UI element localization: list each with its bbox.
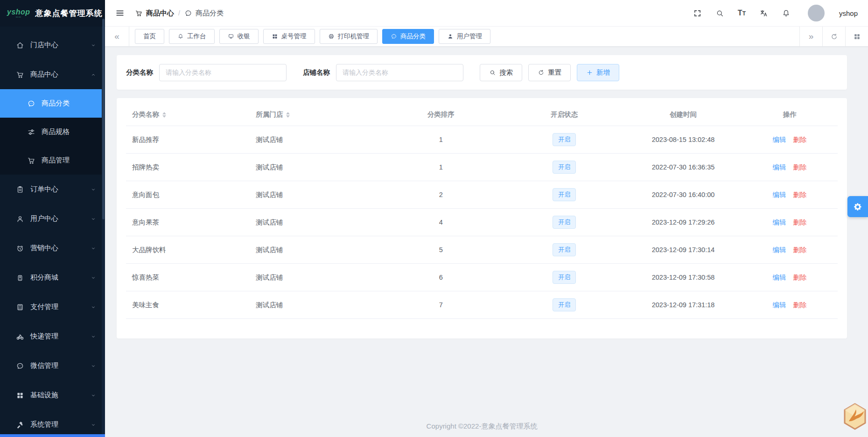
table-row: 意向果茶测试店铺4开启2023-12-09 17:29:26编辑删除: [126, 209, 838, 236]
sidebar-item[interactable]: 积分商城: [0, 263, 105, 292]
horizontal-scrollbar-thumb[interactable]: [0, 434, 105, 437]
cell-status: 开启: [504, 264, 625, 291]
sidebar-item[interactable]: 门店中心: [0, 30, 105, 60]
chevron-down-icon: [90, 216, 97, 222]
breadcrumb-item[interactable]: 商品分类: [184, 9, 224, 18]
sidebar-item[interactable]: 快递管理: [0, 322, 105, 351]
tabs-scroll-left-icon[interactable]: «: [105, 27, 129, 46]
tab-item[interactable]: 用户管理: [439, 29, 490, 44]
column-header: 开启状态: [504, 104, 625, 126]
cell-created-time: 2023-12-09 17:30:58: [625, 264, 742, 291]
chevron-down-icon: [90, 392, 97, 399]
delete-link[interactable]: 删除: [793, 274, 807, 281]
chevron-down-icon: [90, 275, 97, 281]
tab-item[interactable]: 打印机管理: [320, 29, 378, 44]
translate-icon[interactable]: [759, 9, 768, 18]
settings-fab[interactable]: [847, 196, 868, 217]
sidebar-item[interactable]: 订单中心: [0, 175, 105, 204]
add-button[interactable]: 新增: [577, 64, 619, 81]
category-name-input[interactable]: [159, 64, 287, 81]
tab-item[interactable]: 收银: [219, 29, 259, 44]
sidebar-item-label: 商品中心: [30, 70, 58, 79]
sidebar-subitem[interactable]: 商品规格: [0, 118, 105, 146]
reset-button[interactable]: 重置: [528, 64, 571, 81]
monitor-icon: [228, 33, 234, 40]
edit-link[interactable]: 编辑: [773, 191, 786, 198]
table-body: 新品推荐测试店铺1开启2023-08-15 13:02:48编辑删除招牌热卖测试…: [126, 126, 838, 319]
delete-link[interactable]: 删除: [793, 163, 807, 171]
edit-link[interactable]: 编辑: [773, 274, 786, 281]
sidebar-item[interactable]: 基础设施: [0, 381, 105, 410]
tab-label: 用户管理: [457, 32, 482, 41]
alarm-icon: [16, 244, 24, 253]
column-header[interactable]: 分类名称: [126, 104, 250, 126]
cell-sort-order: 5: [378, 236, 504, 264]
column-header[interactable]: 所属门店: [250, 104, 378, 126]
delete-link[interactable]: 删除: [793, 136, 807, 143]
delete-link[interactable]: 删除: [793, 246, 807, 254]
hamburger-icon[interactable]: [115, 8, 125, 18]
tab-item[interactable]: 首页: [135, 29, 164, 44]
cell-status: 开启: [504, 181, 625, 209]
category-table: 分类名称所属门店分类排序开启状态创建时间操作 新品推荐测试店铺1开启2023-0…: [126, 104, 838, 319]
cell-sort-order: 7: [378, 291, 504, 319]
tabs-refresh-icon[interactable]: [822, 27, 845, 46]
tab-item[interactable]: 桌号管理: [263, 29, 315, 44]
shop-name-input[interactable]: [336, 64, 463, 81]
sidebar-scrollbar-thumb[interactable]: [102, 19, 105, 219]
sidebar-subitem[interactable]: 商品管理: [0, 146, 105, 175]
edit-link[interactable]: 编辑: [773, 218, 786, 226]
cell-shop-name: 测试店铺: [250, 236, 378, 264]
cell-actions: 编辑删除: [742, 236, 838, 264]
bell-icon[interactable]: [782, 9, 791, 18]
table-row: 招牌热卖测试店铺1开启2022-07-30 16:36:35编辑删除: [126, 154, 838, 181]
chevron-down-icon: [90, 245, 97, 252]
search-button[interactable]: 搜索: [480, 64, 522, 81]
breadcrumb-item[interactable]: 商品中心: [135, 9, 174, 18]
sort-caret-icon[interactable]: [286, 112, 290, 118]
delete-link[interactable]: 删除: [793, 218, 807, 226]
edit-link[interactable]: 编辑: [773, 301, 786, 309]
printer-icon: [328, 33, 335, 40]
plus-icon: [586, 69, 593, 76]
user-avatar[interactable]: [808, 5, 825, 21]
cell-shop-name: 测试店铺: [250, 154, 378, 181]
sort-caret-icon[interactable]: [162, 112, 166, 118]
column-header-label: 创建时间: [670, 111, 697, 118]
sidebar-subitem[interactable]: 商品分类: [0, 89, 105, 118]
delete-link[interactable]: 删除: [793, 191, 807, 198]
bird-badge-icon[interactable]: [843, 402, 867, 430]
main-area: 商品中心/商品分类 TT yshop « 首页工作台收银桌号管理打印机管理商品分…: [105, 0, 868, 437]
breadcrumb: 商品中心/商品分类: [135, 9, 224, 18]
breadcrumb-separator: /: [178, 9, 180, 17]
sidebar-item[interactable]: 用户中心: [0, 204, 105, 233]
sidebar-menu: 门店中心商品中心商品分类商品规格商品管理订单中心用户中心营销中心积分商城支付管理…: [0, 27, 105, 437]
edit-link[interactable]: 编辑: [773, 163, 786, 171]
column-header: 分类排序: [378, 104, 504, 126]
sidebar-item[interactable]: 系统管理: [0, 410, 105, 437]
hammer-icon: [16, 421, 24, 429]
cell-shop-name: 测试店铺: [250, 209, 378, 236]
cell-created-time: 2023-12-09 17:29:26: [625, 209, 742, 236]
edit-link[interactable]: 编辑: [773, 136, 786, 143]
sidebar-item-label: 订单中心: [30, 185, 58, 194]
sidebar-item[interactable]: 营销中心: [0, 233, 105, 263]
clipboard-icon: [16, 185, 24, 194]
tabs-layout-icon[interactable]: [845, 27, 868, 46]
sidebar-item[interactable]: 微信管理: [0, 351, 105, 381]
tabs-scroll-right-icon[interactable]: »: [799, 27, 822, 46]
tab-item[interactable]: 商品分类: [382, 29, 434, 44]
category-name-label: 分类名称: [126, 68, 153, 77]
sidebar-item[interactable]: 支付管理: [0, 292, 105, 322]
username[interactable]: yshop: [839, 9, 858, 17]
breadcrumb-label: 商品中心: [146, 9, 174, 18]
chevron-down-icon: [90, 186, 97, 193]
tab-item[interactable]: 工作台: [169, 29, 215, 44]
edit-link[interactable]: 编辑: [773, 246, 786, 254]
search-icon[interactable]: [715, 9, 724, 18]
sidebar-item-label: 积分商城: [30, 273, 58, 282]
sidebar-item[interactable]: 商品中心: [0, 60, 105, 89]
delete-link[interactable]: 删除: [793, 301, 807, 309]
font-size-icon[interactable]: TT: [738, 9, 746, 17]
fullscreen-icon[interactable]: [693, 9, 702, 18]
